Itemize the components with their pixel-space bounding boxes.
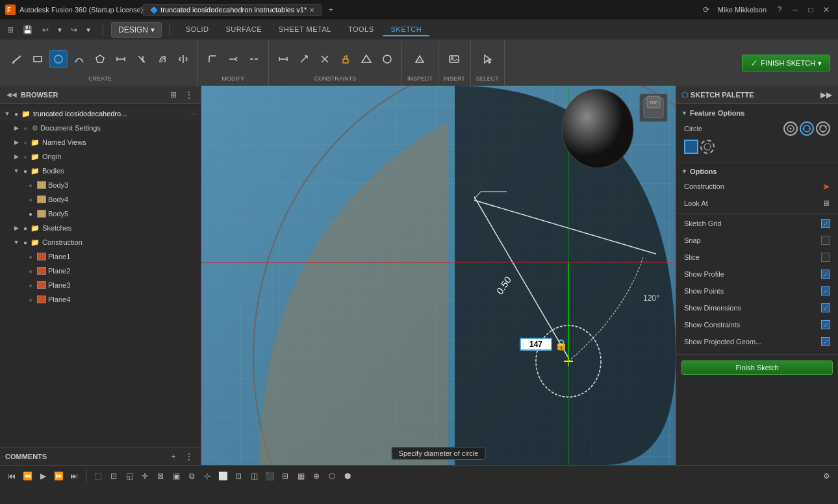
select-icon-15[interactable]: ⊕ [310, 470, 323, 483]
doc-settings-eye-icon[interactable]: ● [21, 125, 30, 132]
measure-btn[interactable] [411, 50, 429, 68]
comments-more-btn[interactable]: ⋮ [183, 450, 196, 463]
tree-item-plane3[interactable]: ● Plane3 [0, 278, 201, 292]
select-icon-2[interactable]: ⊡ [107, 470, 120, 483]
redo-btn[interactable]: ↪ [68, 23, 81, 36]
snap-checkbox[interactable] [821, 236, 830, 245]
circle-2pt-btn[interactable] [800, 121, 814, 136]
feature-options-header[interactable]: ▼ Feature Options [676, 108, 838, 120]
settings-btn[interactable]: ⚙ [820, 470, 833, 483]
origin-eye-icon[interactable]: ● [21, 153, 30, 160]
close-btn[interactable]: ✕ [820, 3, 833, 16]
tab-sketch[interactable]: SKETCH [383, 23, 429, 36]
dimension-input[interactable] [520, 338, 552, 351]
show-constraints-checkbox[interactable]: ✓ [821, 320, 830, 329]
select-icon-17[interactable]: ⬢ [341, 470, 354, 483]
select-icon-3[interactable]: ◱ [123, 470, 136, 483]
palette-close-btn[interactable]: ▶▶ [820, 88, 833, 101]
select-icon-7[interactable]: ⧉ [185, 470, 198, 483]
show-projected-geom-checkbox[interactable]: ✓ [821, 337, 830, 346]
select-icon-11[interactable]: ◫ [248, 470, 260, 483]
circle-constraint-btn[interactable] [378, 50, 396, 68]
circle-filled-btn[interactable] [684, 140, 698, 154]
tree-item-plane4[interactable]: ● Plane4 [0, 292, 201, 307]
finish-sketch-palette-btn[interactable]: Finish Sketch [681, 360, 833, 375]
comments-expand-btn[interactable]: + [167, 450, 180, 463]
minimize-btn[interactable]: ─ [789, 3, 802, 16]
bodies-eye-icon[interactable]: ● [21, 168, 30, 175]
mirror-tool-btn[interactable] [174, 50, 192, 68]
plane1-eye-icon[interactable]: ● [26, 253, 35, 260]
help-btn[interactable]: ? [773, 3, 786, 16]
select-icon-16[interactable]: ⬡ [325, 470, 338, 483]
horizontal-constraint-btn[interactable] [274, 50, 292, 68]
show-points-checkbox[interactable]: ✓ [821, 286, 830, 296]
tree-root[interactable]: ▼ ● 📁 truncated icosidodecahedro... ⋯ [0, 107, 201, 121]
browser-collapse-btn[interactable]: ◀◀ [5, 88, 18, 101]
root-overflow-icon[interactable]: ⋯ [189, 110, 198, 118]
tree-item-bodies[interactable]: ▼ ● 📁 Bodies [0, 164, 201, 178]
grid-menu-icon[interactable]: ⊞ [5, 25, 16, 35]
tree-item-plane2[interactable]: ● Plane2 [0, 264, 201, 278]
select-icon-10[interactable]: ⊡ [232, 470, 245, 483]
tree-item-doc-settings[interactable]: ▶ ● ⚙ Document Settings [0, 121, 201, 135]
maximize-btn[interactable]: □ [804, 3, 817, 16]
root-arrow-icon[interactable]: ▼ [3, 110, 12, 117]
tree-item-named-views[interactable]: ▶ ● 📁 Named Views [0, 135, 201, 149]
polygon-tool-btn[interactable] [91, 50, 109, 68]
select-icon-6[interactable]: ▣ [170, 470, 183, 483]
playback-prev-btn[interactable]: ⏪ [21, 470, 34, 483]
select-icon-1[interactable]: ⬚ [92, 470, 105, 483]
options-header[interactable]: ▼ Options [676, 166, 838, 178]
plane2-eye-icon[interactable]: ● [26, 268, 35, 275]
doc-settings-arrow-icon[interactable]: ▶ [12, 125, 21, 131]
circle-3pt-btn[interactable] [816, 121, 830, 136]
plane4-eye-icon[interactable]: ● [26, 296, 35, 303]
playback-end-btn[interactable]: ⏭ [68, 470, 81, 483]
tree-item-body3[interactable]: ● Body3 [0, 178, 201, 192]
browser-expand-btn[interactable]: ⊞ [167, 88, 180, 101]
select-icon-12[interactable]: ⬛ [263, 470, 276, 483]
playback-next-btn[interactable]: ⏩ [52, 470, 65, 483]
browser-more-btn[interactable]: ⋮ [183, 88, 196, 101]
active-tab[interactable]: 🔷 truncated icosidodecahedron instructab… [143, 4, 322, 16]
tree-item-sketches[interactable]: ▶ ● 📁 Sketches [0, 221, 201, 235]
show-profile-checkbox[interactable]: ✓ [821, 270, 830, 279]
new-tab-btn[interactable]: + [324, 3, 337, 16]
construction-eye-icon[interactable]: ● [21, 239, 30, 246]
construction-arrow-icon[interactable]: ▼ [12, 239, 21, 246]
insert-image-btn[interactable] [445, 50, 463, 68]
dimension-lock-icon[interactable]: 🔒 [555, 338, 568, 351]
sketches-eye-icon[interactable]: ● [21, 225, 30, 232]
tree-item-construction[interactable]: ▼ ● 📁 Construction [0, 235, 201, 249]
triangle-constraint-btn[interactable] [357, 50, 375, 68]
named-views-eye-icon[interactable]: ● [21, 139, 30, 146]
save-btn[interactable]: 💾 [21, 23, 34, 36]
select-icon-14[interactable]: ▦ [294, 470, 307, 483]
design-dropdown-btn[interactable]: DESIGN ▾ [111, 22, 162, 38]
sync-icon[interactable]: ⟳ [701, 5, 711, 15]
select-icon-9[interactable]: ⬜ [216, 470, 229, 483]
select-btn[interactable] [478, 50, 496, 68]
arc-tool-btn[interactable] [70, 50, 88, 68]
sketches-arrow-icon[interactable]: ▶ [12, 225, 21, 231]
look-at-icon[interactable]: 🖥 [822, 199, 830, 208]
trim-tool-btn[interactable] [133, 50, 151, 68]
undo-dropdown-btn[interactable]: ▾ [53, 23, 66, 36]
select-icon-8[interactable]: ⊹ [201, 470, 214, 483]
offset-tool-btn[interactable] [153, 50, 171, 68]
tree-item-origin[interactable]: ▶ ● 📁 Origin [0, 149, 201, 164]
tree-item-plane1[interactable]: ● Plane1 [0, 249, 201, 264]
root-eye-icon[interactable]: ● [12, 110, 21, 118]
slice-checkbox[interactable] [821, 253, 830, 262]
construction-arrow-icon[interactable]: ➤ [822, 181, 830, 192]
body5-eye-icon[interactable]: ● [26, 210, 35, 218]
rectangle-tool-btn[interactable] [29, 50, 47, 68]
dimension-tool-btn[interactable] [112, 50, 130, 68]
circle-tool-btn[interactable] [49, 50, 68, 68]
tab-tools[interactable]: TOOLS [340, 23, 382, 36]
tree-item-body4[interactable]: ● Body4 [0, 192, 201, 207]
circle-dashed-btn[interactable] [700, 140, 715, 154]
bodies-arrow-icon[interactable]: ▼ [12, 168, 21, 174]
extend-btn[interactable] [224, 50, 242, 68]
